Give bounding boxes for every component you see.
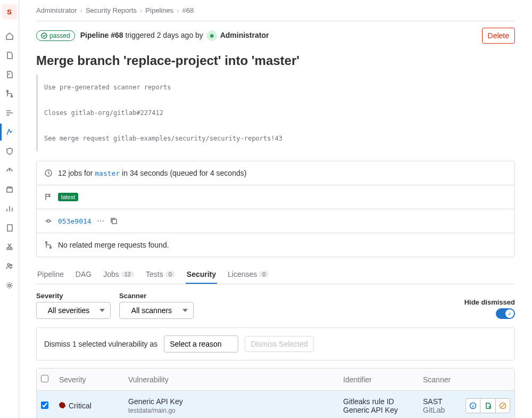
sidebar-item-home[interactable]	[0, 28, 19, 45]
scanner-select[interactable]: All scanners	[119, 302, 194, 319]
jobs-summary: 12 jobs for master in 34 seconds (queued…	[58, 169, 246, 177]
breadcrumb-current: #68	[182, 6, 194, 14]
table-row[interactable]: Critical Generic API Keytestdata/main.go…	[37, 391, 514, 418]
create-issue-button[interactable]	[480, 398, 495, 413]
col-identifier: Identifier	[339, 368, 419, 391]
sidebar-item-wiki[interactable]	[0, 219, 19, 236]
row-actions	[466, 398, 510, 413]
left-sidebar: S	[0, 0, 19, 418]
tab-security[interactable]: Security	[186, 265, 217, 284]
breadcrumb: Administrator› Security Reports› Pipelin…	[36, 6, 515, 21]
dismiss-button[interactable]	[495, 398, 510, 413]
hide-dismissed-toggle[interactable]	[496, 308, 515, 319]
sidebar-item-settings[interactable]	[0, 277, 19, 294]
svg-point-7	[9, 284, 11, 286]
more-icon[interactable]: ⋯	[97, 217, 104, 225]
svg-point-6	[10, 265, 12, 266]
dismiss-reason-select[interactable]: Select a reason	[164, 335, 238, 353]
scanner-filter-label: Scanner	[119, 292, 194, 300]
breadcrumb-link[interactable]: Pipelines	[145, 6, 173, 14]
vulnerability-name[interactable]: Generic API Key	[128, 397, 335, 406]
svg-point-3	[7, 248, 9, 250]
page-title: Merge branch 'replace-project' into 'mas…	[36, 53, 515, 68]
col-severity: Severity	[55, 368, 124, 391]
row-checkbox[interactable]	[41, 401, 48, 409]
sidebar-item-snippets[interactable]	[0, 239, 19, 256]
avatar-icon: ✽	[206, 30, 217, 41]
select-all-checkbox[interactable]	[41, 375, 48, 382]
project-badge[interactable]: S	[2, 4, 17, 19]
sidebar-item-packages[interactable]	[0, 181, 19, 198]
tab-pipeline[interactable]: Pipeline	[36, 265, 65, 284]
commit-message: Use pre-generated scanner reports Closes…	[36, 75, 515, 151]
vulnerability-location: testdata/main.go	[128, 407, 335, 414]
commit-icon	[44, 217, 53, 225]
scanner-name: SAST	[423, 397, 457, 406]
pipeline-header-text: Pipeline #68 triggered 2 days ago by ✽ A…	[80, 30, 269, 41]
identifier-text: Gitleaks rule ID Generic API Key	[339, 391, 419, 418]
svg-rect-2	[7, 225, 12, 231]
scanner-vendor: GitLab	[423, 406, 457, 414]
sidebar-item-members[interactable]	[0, 258, 19, 275]
breadcrumb-link[interactable]: Administrator	[36, 6, 77, 14]
sidebar-item-issues[interactable]	[0, 66, 19, 83]
tab-tests[interactable]: Tests0	[145, 265, 176, 284]
delete-button[interactable]: Delete	[482, 28, 515, 44]
sidebar-item-cicd[interactable]	[0, 124, 19, 141]
vulnerability-table: Severity Vulnerability Identifier Scanne…	[36, 368, 515, 418]
sidebar-item-analytics[interactable]	[0, 200, 19, 217]
tab-licenses[interactable]: Licenses0	[227, 265, 270, 284]
hide-dismissed-label: Hide dismissed	[464, 298, 515, 306]
col-scanner: Scanner	[419, 368, 461, 391]
pipeline-status-badge: passed	[36, 30, 75, 41]
dismiss-text: Dismiss 1 selected vulnerability as	[44, 340, 157, 348]
sidebar-item-plan[interactable]	[0, 104, 19, 121]
svg-rect-11	[112, 219, 117, 224]
severity-select[interactable]: All severities	[36, 302, 111, 319]
commit-sha-link[interactable]: 053e9014	[58, 217, 92, 225]
col-vulnerability: Vulnerability	[124, 368, 339, 391]
copy-icon[interactable]	[110, 217, 118, 225]
main-content: Administrator› Security Reports› Pipelin…	[19, 0, 532, 418]
sidebar-item-deploy[interactable]	[0, 162, 19, 179]
svg-point-10	[47, 220, 50, 223]
user-link[interactable]: Administrator	[220, 31, 269, 39]
latest-badge: latest	[58, 193, 78, 201]
dismiss-selected-button[interactable]: Dismiss Selected	[245, 336, 313, 352]
severity-filter-label: Severity	[36, 292, 111, 300]
info-button[interactable]	[466, 398, 480, 413]
clock-icon	[44, 169, 53, 177]
pipeline-info-card: 12 jobs for master in 34 seconds (queued…	[36, 161, 515, 257]
tabs: Pipeline DAG Jobs12 Tests0 Security Lice…	[36, 265, 515, 284]
sidebar-item-merge[interactable]	[0, 85, 19, 102]
severity-icon	[58, 401, 67, 410]
severity-text: Critical	[69, 401, 92, 410]
merge-icon	[44, 241, 53, 249]
svg-point-5	[7, 264, 10, 266]
tab-dag[interactable]: DAG	[74, 265, 93, 284]
branch-link[interactable]: master	[95, 169, 120, 177]
flag-icon	[44, 193, 53, 201]
breadcrumb-link[interactable]: Security Reports	[86, 6, 137, 14]
sidebar-item-security[interactable]	[0, 143, 19, 160]
no-mr-text: No related merge requests found.	[58, 241, 169, 249]
sidebar-item-files[interactable]	[0, 47, 19, 64]
svg-point-4	[10, 248, 12, 250]
dismiss-bar: Dismiss 1 selected vulnerability as Sele…	[36, 327, 515, 360]
tab-jobs[interactable]: Jobs12	[102, 265, 135, 284]
